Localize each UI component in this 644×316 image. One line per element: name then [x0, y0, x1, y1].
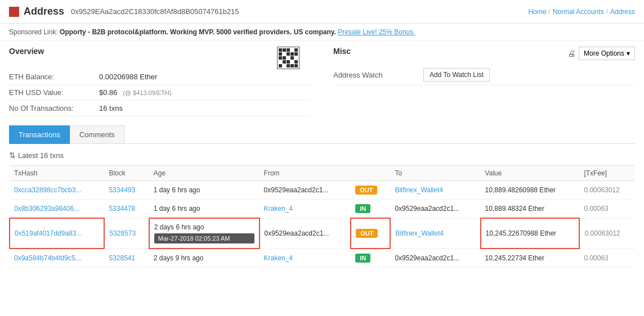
cell-direction: OUT [351, 218, 390, 249]
eth-usd-value: $0.86 (@ $413.09/ETH) [99, 88, 172, 97]
cell-from: Kraken_4 [260, 200, 351, 219]
cell-to: 0x9529eaa2acd2c1... [390, 200, 480, 219]
sponsored-text: Opporty - B2B protocol&platform. Working… [60, 28, 336, 36]
breadcrumb-sep2: / [606, 8, 608, 16]
cell-block: 5334493 [104, 181, 149, 200]
cell-to: Bitfinex_Wallet4 [390, 181, 480, 200]
misc-header-row: Misc 🖨 More Options ▾ [333, 47, 635, 60]
tab-comments[interactable]: Comments [70, 125, 124, 144]
from-link[interactable]: Kraken_4 [264, 254, 293, 262]
col-value: Value [481, 166, 580, 181]
table-row: 0xcca32898cc7bcb3...53344931 day 6 hrs a… [10, 181, 635, 200]
tx-table: TxHash Block Age From To Value [TxFee] 0… [9, 165, 635, 268]
txhash-link[interactable]: 0x519af4017dd9a83... [15, 229, 82, 237]
block-link[interactable]: 5334493 [109, 186, 135, 194]
address-watch-row: Address Watch Add To Watch List [333, 65, 635, 85]
no-tx-value: 16 txns [99, 104, 123, 112]
main-content: Overview ETH Balance: 0.00206988 Ether E… [0, 41, 644, 273]
misc-title: Misc [333, 47, 351, 56]
breadcrumb-sep1: / [549, 8, 551, 16]
cell-txfee: 0.00063012 [579, 181, 635, 200]
block-link[interactable]: 5328541 [109, 254, 135, 262]
direction-badge: IN [355, 204, 370, 213]
table-header-row: TxHash Block Age From To Value [TxFee] [10, 166, 635, 181]
col-to: To [390, 166, 480, 181]
col-txhash: TxHash [10, 166, 104, 181]
breadcrumb-home[interactable]: Home [529, 8, 547, 16]
cell-age: 1 day 6 hrs ago [149, 200, 260, 219]
col-from: From [260, 166, 351, 181]
sponsored-link[interactable]: Presale Live! 25% Bonus. [338, 28, 415, 36]
col-direction [351, 166, 390, 181]
watchlist-button[interactable]: Add To Watch List [423, 68, 490, 82]
latest-label: ⇅ Latest 16 txns [9, 151, 635, 160]
sort-icon: ⇅ [9, 151, 16, 160]
tabs-row: Transactions Comments [9, 125, 635, 144]
breadcrumb-current[interactable]: Address [610, 8, 635, 16]
col-txfee: [TxFee] [579, 166, 635, 181]
cell-txhash: 0x519af4017dd9a83... [10, 218, 104, 249]
to-link[interactable]: Bitfinex_Wallet4 [395, 186, 443, 194]
cell-block: 5334478 [104, 200, 149, 219]
tab-transactions[interactable]: Transactions [9, 125, 70, 144]
eth-usd-label: ETH USD Value: [9, 88, 99, 97]
col-block: Block [104, 166, 149, 181]
cell-value: 10,245.22670988 Ether [481, 218, 580, 249]
eth-usd-subtext: (@ $413.09/ETH) [123, 89, 171, 96]
cell-from: 0x9529eaa2acd2c1... [260, 218, 351, 249]
from-link[interactable]: Kraken_4 [264, 205, 293, 213]
txhash-link[interactable]: 0x8b306293a98406... [14, 205, 79, 213]
eth-balance-value: 0.00206988 Ether [99, 73, 157, 81]
no-tx-label: No Of Transactions: [9, 104, 99, 112]
age-tooltip: Mar-27-2018 02:05:23 AM [154, 233, 254, 243]
overview-section: Overview ETH Balance: 0.00206988 Ether E… [9, 47, 311, 116]
cell-age: 2 days 6 hrs agoMar-27-2018 02:05:23 AM [149, 218, 260, 249]
direction-badge: OUT [356, 229, 378, 238]
eth-usd-row: ETH USD Value: $0.86 (@ $413.09/ETH) [9, 85, 311, 101]
overview-header: Overview [9, 47, 311, 69]
print-icon[interactable]: 🖨 [567, 49, 575, 58]
sponsored-label: Sponsored Link: [9, 28, 58, 36]
to-link[interactable]: Bitfinex_Wallet4 [395, 229, 444, 237]
cell-block: 5328573 [104, 218, 149, 249]
cell-value: 10,889.48260988 Ether [481, 181, 580, 200]
address-watch-label: Address Watch [333, 71, 423, 79]
misc-actions: 🖨 More Options ▾ [567, 47, 635, 60]
info-grid: Overview ETH Balance: 0.00206988 Ether E… [9, 47, 635, 116]
breadcrumb: Home / Normal Accounts / Address [529, 8, 635, 16]
block-link[interactable]: 5334478 [109, 205, 135, 213]
no-tx-row: No Of Transactions: 16 txns [9, 101, 311, 116]
cell-txhash: 0xcca32898cc7bcb3... [10, 181, 104, 200]
cell-txfee: 0.00063 [579, 200, 635, 219]
direction-badge: OUT [355, 186, 377, 195]
cell-value: 10,245.22734 Ether [481, 249, 580, 268]
logo-icon [9, 7, 19, 17]
table-row: 0x9a584b74b4fd9c5...53285412 days 9 hrs … [10, 249, 635, 268]
more-options-button[interactable]: More Options ▾ [579, 47, 635, 60]
cell-age: 1 day 6 hrs ago [149, 181, 260, 200]
chevron-down-icon: ▾ [627, 49, 630, 57]
cell-direction: IN [351, 200, 390, 219]
watchlist-area: Add To Watch List [423, 68, 490, 82]
page-title: Address [24, 6, 64, 17]
age-text: 2 days 6 hrs ago [154, 223, 254, 231]
header-left: Address 0x9529EAa2acd2C18330fc8fAf8d8B05… [9, 6, 239, 17]
cell-to: Bitfinex_Wallet4 [390, 218, 480, 249]
cell-value: 10,889.48324 Ether [481, 200, 580, 219]
cell-txfee: 0.00063 [579, 249, 635, 268]
cell-from: 0x9529eaa2acd2c1... [260, 181, 351, 200]
breadcrumb-normal-accounts[interactable]: Normal Accounts [553, 8, 604, 16]
cell-from: Kraken_4 [260, 249, 351, 268]
direction-badge: IN [355, 254, 370, 263]
block-link[interactable]: 5328573 [109, 229, 136, 237]
txhash-link[interactable]: 0xcca32898cc7bcb3... [14, 186, 81, 194]
cell-direction: IN [351, 249, 390, 268]
qr-icon [277, 47, 299, 69]
cell-age: 2 days 9 hrs ago [149, 249, 260, 268]
eth-balance-label: ETH Balance: [9, 73, 99, 81]
txhash-link[interactable]: 0x9a584b74b4fd9c5... [14, 254, 81, 262]
cell-direction: OUT [351, 181, 390, 200]
cell-block: 5328541 [104, 249, 149, 268]
table-row: 0x519af4017dd9a83...53285732 days 6 hrs … [10, 218, 635, 249]
address-display: 0x9529EAa2acd2C18330fc8fAf8d8B05074761b2… [71, 7, 239, 16]
